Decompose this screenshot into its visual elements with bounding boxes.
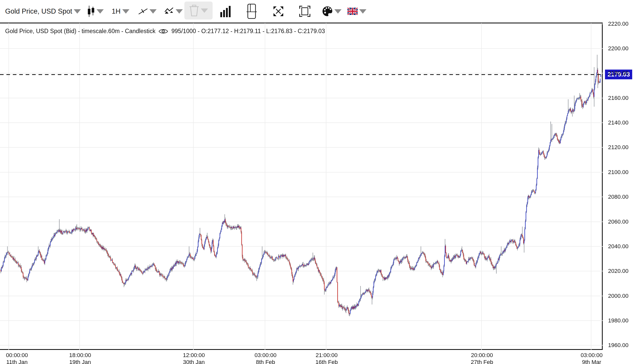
x-axis-label: 03:00:009th Mar [576,352,607,364]
eye-icon[interactable] [158,28,168,35]
y-axis-label: 1960.00 [608,342,633,349]
y-axis-label: 2140.00 [608,119,633,126]
y-axis-label: 2100.00 [608,169,633,176]
y-axis-label: 2220.00 [608,21,633,27]
y-axis-label: 2180.00 [608,70,633,76]
candlestick-canvas[interactable] [0,0,634,364]
gold-chart-app: { "toolbar": { "symbol": "Gold Price, US… [0,0,634,364]
chart-series-label: Gold Price, USD Spot (Bid) - timescale.6… [5,28,155,35]
last-price-line [0,74,603,75]
y-axis-label: 2020.00 [608,268,633,274]
y-axis-label: 2200.00 [608,45,633,52]
x-axis-label: 00:00:0011th Jan [2,352,32,364]
y-axis-label: 2160.00 [608,95,633,101]
chart-header: Gold Price, USD Spot (Bid) - timescale.6… [5,28,325,35]
y-axis-label: 2120.00 [608,144,633,151]
x-axis-label: 03:00:008th Feb [250,352,281,364]
y-axis-label: 2060.00 [608,218,633,225]
x-axis-label: 18:00:0019th Jan [65,352,96,364]
y-axis-label: 1980.00 [608,317,633,324]
y-axis-label: 2000.00 [608,293,633,299]
x-axis-label: 20:00:0027th Feb [467,352,497,364]
ohlc-stats: 995/1000 - O:2177.12 - H:2179.11 - L:217… [171,28,325,35]
x-axis-label: 21:00:0016th Feb [311,352,342,364]
x-axis-label: 12:00:0030th Jan [178,352,209,364]
y-axis-label: 2040.00 [608,243,633,250]
y-axis-label: 2080.00 [608,194,633,200]
